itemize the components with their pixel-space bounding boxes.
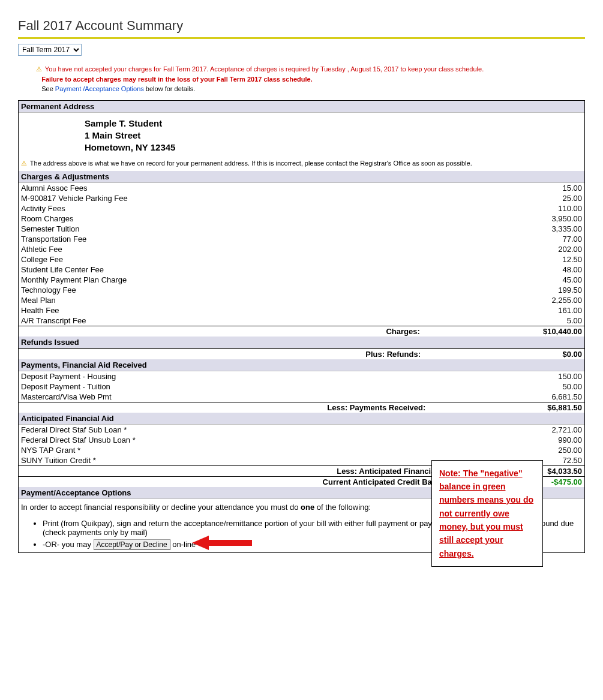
line-item-label: Technology Fee [19,285,425,295]
line-item-amount: 5.00 [425,316,584,326]
line-item-label: Student Life Center Fee [19,265,425,275]
line-item-amount: 77.00 [425,234,584,244]
line-item-label: Health Fee [19,305,425,316]
charges-header: Charges & Adjustments [19,171,584,183]
table-row: College Fee12.50 [19,254,584,265]
line-item-label: Mastercard/Visa Web Pmt [19,392,430,402]
line-item-label: NYS TAP Grant * [19,445,459,455]
table-row: Transportation Fee77.00 [19,234,584,244]
bullet-2-pre: -OR- you may [43,540,94,549]
table-row: M-900817 Vehicle Parking Fee25.00 [19,193,584,203]
anticipated-header: Anticipated Financial Aid [19,413,584,425]
line-item-amount: 25.00 [425,193,584,203]
line-item-amount: 50.00 [430,381,584,392]
line-item-amount: 45.00 [425,275,584,285]
divider [18,37,585,39]
anticipated-total-label: Less: Anticipated Financial Aid: [19,466,459,477]
payments-total: $6,881.50 [430,402,584,413]
table-row: Alumni Assoc Fees15.00 [19,183,584,193]
line-item-amount: 250.00 [459,445,584,455]
table-row: A/R Transcript Fee5.00 [19,316,584,326]
line-item-label: Federal Direct Staf Sub Loan * [19,425,459,435]
refunds-table: Plus: Refunds: $0.00 [19,349,584,359]
table-row: Health Fee161.00 [19,305,584,316]
table-row: Mastercard/Visa Web Pmt6,681.50 [19,392,584,402]
arrow-icon [192,534,258,552]
line-item-amount: 990.00 [459,435,584,445]
line-item-amount: 110.00 [425,203,584,214]
line-item-amount: 161.00 [425,305,584,316]
refunds-total-label: Plus: Refunds: [19,349,425,360]
address-warning-text: The address above is what we have on rec… [30,160,472,167]
address-citystate: Hometown, NY 12345 [85,142,584,154]
line-item-label: A/R Transcript Fee [19,316,425,326]
line-item-amount: 3,950.00 [425,214,584,224]
address-name: Sample T. Student [85,118,584,130]
page-title: Fall 2017 Account Summary [18,18,585,34]
line-item-label: Transportation Fee [19,234,425,244]
charges-total: $10,440.00 [425,326,584,337]
line-item-label: Deposit Payment - Housing [19,371,430,381]
refunds-header: Refunds Issued [19,337,584,349]
payments-table: Deposit Payment - Housing150.00Deposit P… [19,371,584,413]
line-item-amount: 12.50 [425,254,584,265]
table-row: Deposit Payment - Tuition50.00 [19,381,584,392]
payment-acceptance-link[interactable]: Payment /Acceptance Options [55,85,144,92]
table-row: Student Life Center Fee48.00 [19,265,584,275]
line-item-amount: 6,681.50 [430,392,584,402]
line-item-label: Activity Fees [19,203,425,214]
warning-line-3-pre: See [41,85,55,92]
charges-table: Alumni Assoc Fees15.00M-900817 Vehicle P… [19,183,584,337]
term-select[interactable]: Fall Term 2017 [18,44,82,56]
address-warning: ⚠ The address above is what we have on r… [19,158,584,171]
table-row: Deposit Payment - Housing150.00 [19,371,584,381]
warnings-block: ⚠ You have not accepted your charges for… [36,64,585,94]
line-item-label: Athletic Fee [19,244,425,254]
line-item-amount: 15.00 [425,183,584,193]
line-item-label: Alumni Assoc Fees [19,183,425,193]
refunds-total: $0.00 [425,349,584,360]
warning-line-1: You have not accepted your charges for F… [45,65,484,73]
line-item-amount: 150.00 [430,371,584,381]
line-item-amount: 3,335.00 [425,224,584,234]
options-intro-post: of the following: [314,503,371,512]
table-row: Athletic Fee202.00 [19,244,584,254]
table-row: Federal Direct Staf Unsub Loan *990.00 [19,435,584,445]
options-intro-bold: one [301,503,314,512]
table-row: Semester Tuition3,335.00 [19,224,584,234]
line-item-label: Meal Plan [19,295,425,305]
table-row: NYS TAP Grant *250.00 [19,445,584,455]
accept-pay-decline-button[interactable]: Accept/Pay or Decline [94,539,170,550]
payments-header: Payments, Financial Aid Received [19,359,584,371]
line-item-amount: 2,721.00 [459,425,584,435]
address-street: 1 Main Street [85,130,584,142]
line-item-label: Deposit Payment - Tuition [19,381,430,392]
options-intro-pre: In order to accept financial responsibil… [21,503,301,512]
line-item-label: College Fee [19,254,425,265]
line-item-amount: 48.00 [425,265,584,275]
payments-total-label: Less: Payments Received: [19,402,430,413]
table-row: Meal Plan2,255.00 [19,295,584,305]
table-row: Federal Direct Staf Sub Loan *2,721.00 [19,425,584,435]
line-item-label: Federal Direct Staf Unsub Loan * [19,435,459,445]
warning-icon: ⚠ [21,160,27,167]
table-row: Room Charges3,950.00 [19,214,584,224]
line-item-label: SUNY Tuition Credit * [19,455,459,466]
note-box: Note: The "negative" balance in green nu… [431,460,543,567]
table-row: Activity Fees110.00 [19,203,584,214]
address-block: Sample T. Student 1 Main Street Hometown… [19,113,584,159]
line-item-amount: 202.00 [425,244,584,254]
line-item-label: M-900817 Vehicle Parking Fee [19,193,425,203]
line-item-label: Room Charges [19,214,425,224]
line-item-label: Monthly Payment Plan Charge [19,275,425,285]
balance-label: Current Anticipated Credit Balance: [19,477,459,488]
warning-line-3-post: below for details. [144,85,196,92]
table-row: Monthly Payment Plan Charge45.00 [19,275,584,285]
table-row: Technology Fee199.50 [19,285,584,295]
warning-line-2: Failure to accept charges may result in … [41,76,313,83]
line-item-label: Semester Tuition [19,224,425,234]
line-item-amount: 2,255.00 [425,295,584,305]
svg-marker-1 [192,536,209,550]
charges-total-label: Charges: [19,326,425,337]
line-item-amount: 199.50 [425,285,584,295]
